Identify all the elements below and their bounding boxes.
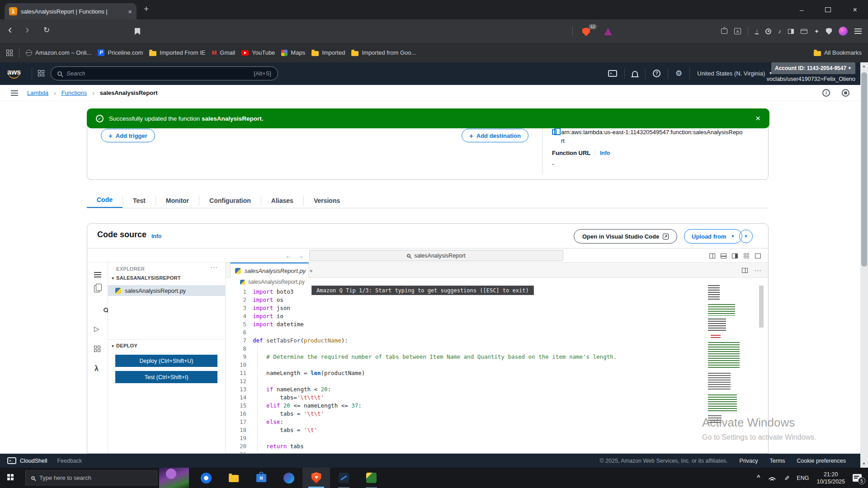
bat-rewards-icon[interactable]: [604, 28, 612, 35]
footer-feedback[interactable]: Feedback: [57, 458, 82, 464]
file-item-selected[interactable]: salesAnalysisReport.py: [108, 285, 225, 296]
announcements-icon[interactable]: [842, 89, 849, 97]
tray-expand-chevron[interactable]: ^: [757, 474, 760, 480]
split-horizontal-icon[interactable]: [721, 253, 726, 258]
minimap[interactable]: [707, 284, 745, 425]
explorer-files-icon[interactable]: [94, 285, 100, 292]
project-section-header[interactable]: ▾ SALESANALYSISREPORT: [112, 275, 181, 281]
deploy-button[interactable]: Deploy (Ctrl+Shift+U): [115, 355, 217, 367]
window-maximize-button[interactable]: [825, 7, 831, 12]
services-grid-icon[interactable]: [38, 70, 44, 76]
grid-layout-icon[interactable]: [744, 253, 749, 258]
bookmark-priceline[interactable]: PPriceline.com: [98, 49, 143, 56]
tab-test[interactable]: Test: [123, 192, 156, 208]
account-menu[interactable]: Account ID: 1143-2054-9547▼: [771, 62, 855, 74]
editor-breadcrumb[interactable]: salesAnalysisReport.py: [240, 279, 305, 285]
language-indicator[interactable]: ENG: [797, 475, 809, 481]
nav-forward-icon[interactable]: →: [297, 252, 304, 259]
editor-more-icon[interactable]: ···: [754, 267, 762, 274]
tab-monitor[interactable]: Monitor: [156, 192, 199, 208]
wallet-icon[interactable]: [801, 29, 807, 34]
bookmark-imported-ie[interactable]: Imported From IE: [149, 49, 205, 56]
music-icon[interactable]: ♪: [778, 28, 781, 35]
downloads-icon[interactable]: ↓: [755, 28, 759, 34]
editor-tab-close-icon[interactable]: ×: [309, 267, 313, 274]
start-button[interactable]: [7, 474, 14, 480]
deploy-section-header[interactable]: ▾ DEPLOY: [112, 343, 137, 348]
taskbar-app-explorer[interactable]: [220, 468, 247, 488]
notifications-bell-icon[interactable]: [632, 71, 638, 76]
sparkle-icon[interactable]: ✦: [814, 28, 819, 35]
sidebar-icon[interactable]: [788, 29, 794, 34]
reader-mode-icon[interactable]: a: [734, 28, 741, 34]
window-minimize-button[interactable]: –: [800, 6, 803, 14]
toggle-sidebar-icon[interactable]: [732, 253, 738, 258]
footer-cookie-prefs[interactable]: Cookie preferences: [797, 458, 846, 464]
taskbar-app-green[interactable]: [358, 468, 385, 488]
wifi-icon[interactable]: [768, 475, 776, 481]
help-icon[interactable]: ?: [653, 70, 660, 77]
function-arn[interactable]: arn:aws:lambda:us-east-1:114320549547:fu…: [561, 128, 744, 145]
tab-versions[interactable]: Versions: [304, 192, 350, 208]
window-close-button[interactable]: ×: [853, 6, 857, 14]
reload-icon[interactable]: ↻: [43, 25, 50, 35]
add-destination-button[interactable]: +Add destination: [462, 129, 528, 142]
browser-menu-icon[interactable]: [854, 31, 862, 32]
console-menu-icon[interactable]: [11, 93, 18, 94]
bookmarks-flag-icon[interactable]: [135, 28, 140, 35]
cloudshell-icon[interactable]: >_: [7, 457, 16, 464]
run-debug-icon[interactable]: ▷: [94, 325, 99, 333]
upload-from-button[interactable]: Upload from▼: [684, 229, 742, 244]
fullscreen-icon[interactable]: [755, 253, 761, 258]
editor-search-bar[interactable]: salesAnalysisReport: [309, 250, 563, 261]
scroll-down-arrow[interactable]: ▼: [862, 462, 866, 466]
bookmark-gmail[interactable]: MGmail: [212, 49, 235, 56]
code-source-info-link[interactable]: Info: [151, 233, 161, 239]
page-scrollbar[interactable]: ▲ ▼: [860, 62, 868, 468]
split-vertical-icon[interactable]: [709, 253, 715, 258]
editor-tab-active[interactable]: salesAnalysisReport.py ×: [230, 263, 309, 278]
taskbar-app-brave-active[interactable]: [302, 468, 330, 488]
taskbar-app-edge[interactable]: [275, 468, 302, 488]
split-editor-icon[interactable]: [742, 268, 748, 273]
back-icon[interactable]: ‹: [8, 23, 12, 36]
aws-lambda-tools-icon[interactable]: λ: [94, 365, 99, 373]
breadcrumb-lambda[interactable]: Lambda: [27, 89, 48, 96]
open-vscode-button[interactable]: Open in Visual Studio Code ↗: [574, 229, 677, 244]
breadcrumb-functions[interactable]: Functions: [61, 89, 87, 96]
console-search-box[interactable]: Search [Alt+S]: [51, 66, 278, 80]
footer-terms[interactable]: Terms: [770, 458, 785, 464]
copy-arn-icon[interactable]: [552, 129, 557, 135]
scroll-up-arrow[interactable]: ▲: [862, 64, 866, 68]
bookmark-maps[interactable]: Maps: [281, 49, 305, 56]
all-bookmarks-button[interactable]: All Bookmarks: [814, 49, 862, 56]
bookmark-youtube[interactable]: YouTube: [241, 49, 275, 56]
news-widget-thumbnail[interactable]: [159, 468, 189, 488]
tab-aliases[interactable]: Aliases: [261, 192, 303, 208]
code-area[interactable]: 1import boto32import os3import json4impo…: [226, 288, 700, 454]
info-icon[interactable]: i: [822, 89, 830, 97]
menu-icon[interactable]: [94, 274, 101, 275]
extensions-icon[interactable]: [94, 346, 100, 352]
tab-close-icon[interactable]: ×: [128, 8, 132, 15]
bookmark-imported[interactable]: Imported: [311, 49, 345, 56]
footer-privacy[interactable]: Privacy: [740, 458, 758, 464]
forward-icon[interactable]: ›: [25, 23, 29, 36]
tab-configuration[interactable]: Configuration: [199, 192, 261, 208]
test-button[interactable]: Test (Ctrl+Shift+I): [115, 371, 217, 383]
scroll-thumb[interactable]: [861, 72, 867, 267]
cloudshell-icon[interactable]: >_: [608, 70, 617, 77]
tab-code[interactable]: Code: [87, 192, 123, 208]
banner-close-icon[interactable]: ×: [755, 113, 760, 123]
privacy-shield-icon[interactable]: [826, 28, 832, 35]
nav-back-icon[interactable]: ←: [285, 252, 292, 259]
bookmark-amazon[interactable]: Amazon.com – Onli...: [26, 49, 91, 56]
clock[interactable]: 21:2010/15/2025: [816, 471, 845, 485]
taskbar-app-chrome[interactable]: [192, 468, 220, 488]
footer-cloudshell[interactable]: CloudShell: [20, 458, 47, 464]
add-trigger-button[interactable]: +Add trigger: [101, 129, 155, 142]
profile-avatar[interactable]: [839, 27, 848, 36]
taskbar-search-box[interactable]: Type here to search: [25, 470, 157, 485]
aws-logo[interactable]: aws: [7, 68, 21, 79]
brave-shield-icon[interactable]: [582, 28, 590, 36]
